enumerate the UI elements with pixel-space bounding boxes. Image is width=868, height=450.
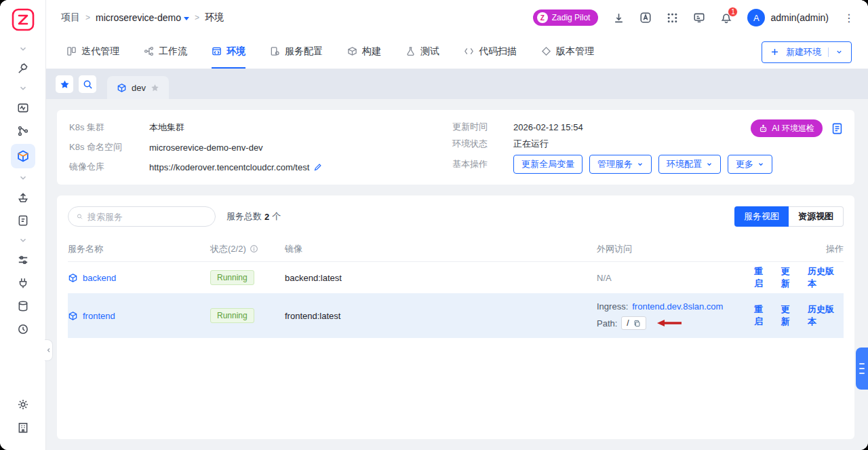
integration-icon[interactable] <box>11 273 35 293</box>
service-image: backend:latest <box>285 273 597 283</box>
clock-icon[interactable] <box>11 319 35 339</box>
annotation-arrow-icon <box>657 319 682 327</box>
notification-bell-icon[interactable]: 1 <box>720 12 732 24</box>
build-tools-icon[interactable] <box>11 58 35 79</box>
manage-services-button[interactable]: 管理服务 <box>589 155 652 174</box>
status-value: 正在运行 <box>513 138 842 150</box>
tab-code-scan[interactable]: 代码扫描 <box>464 35 517 69</box>
status-badge: Running <box>210 270 254 285</box>
button-label: 更多 <box>736 158 753 170</box>
organization-icon[interactable] <box>11 417 35 438</box>
service-total-count: 2 <box>264 212 269 222</box>
edit-registry-icon[interactable] <box>313 163 322 172</box>
tab-environments[interactable]: 环境 <box>212 35 245 69</box>
new-environment-button[interactable]: 新建环境 <box>762 41 852 63</box>
registry-label: 镜像仓库 <box>69 161 149 173</box>
sidebar-env-group-icon[interactable] <box>11 171 35 185</box>
restart-link[interactable]: 重启 <box>754 303 772 328</box>
apps-grid-icon[interactable] <box>667 12 678 24</box>
environments-icon[interactable] <box>11 144 35 168</box>
favorite-envs-button[interactable] <box>56 75 73 93</box>
service-search-input[interactable] <box>87 212 207 222</box>
search-icon <box>77 212 83 221</box>
ingress-label: Ingress: <box>597 301 628 312</box>
language-icon[interactable] <box>639 12 652 24</box>
breadcrumb-separator: > <box>195 13 199 22</box>
breadcrumb-project-select[interactable]: microserevice-demo <box>96 12 189 23</box>
sidebar-collapse-group-icon[interactable] <box>11 42 35 56</box>
topbar: 项目 > microserevice-demo > 环境 Z Zadig Pil… <box>46 0 868 35</box>
sidebar-project-group-icon[interactable] <box>11 81 35 95</box>
tab-label: 迭代管理 <box>81 45 119 58</box>
ai-inspection-button[interactable]: AI 环境巡检 <box>751 119 823 137</box>
history-link[interactable]: 历史版本 <box>808 265 842 290</box>
ingress-line: Ingress: frontend.dev.8slan.com <box>597 301 754 312</box>
star-icon[interactable] <box>151 83 159 92</box>
namespace-value: microserevice-demo-env-dev <box>149 143 452 153</box>
history-link[interactable]: 历史版本 <box>808 303 842 328</box>
info-icon[interactable] <box>250 244 258 253</box>
registry-value: https://koderover.tencentcloudcr.com/tes… <box>149 162 309 172</box>
cluster-label: K8s 集群 <box>69 121 149 134</box>
tab-service-config[interactable]: 服务配置 <box>270 35 323 69</box>
registry-value-row: https://koderover.tencentcloudcr.com/tes… <box>149 162 452 172</box>
button-label: 更新全局变量 <box>521 158 574 170</box>
sidebar-collapse-handle[interactable] <box>45 339 53 361</box>
zadig-logo[interactable] <box>12 8 35 31</box>
path-line: Path: / <box>597 316 754 330</box>
copy-icon[interactable] <box>633 320 641 327</box>
test-icon[interactable] <box>11 121 35 141</box>
env-tab-dev[interactable]: dev <box>107 76 169 99</box>
sidebar-tools-group-icon[interactable] <box>11 233 35 247</box>
update-global-vars-button[interactable]: 更新全局变量 <box>513 155 583 174</box>
tab-test[interactable]: 测试 <box>406 35 439 69</box>
service-link-frontend[interactable]: frontend <box>68 311 210 321</box>
more-button[interactable]: 更多 <box>728 155 772 174</box>
pilot-logo-icon: Z <box>537 12 548 23</box>
tab-build[interactable]: 构建 <box>347 35 381 69</box>
user-menu[interactable]: A admin(admin) <box>747 9 829 26</box>
more-options-icon[interactable]: ⋮ <box>844 12 854 24</box>
chevron-down-icon <box>835 48 843 56</box>
pilot-label: Zadig Pilot <box>552 13 591 22</box>
sidebar-bottom-group <box>11 394 35 440</box>
project-nav: 迭代管理 工作流 环境 服务配置 构建 测试 <box>46 35 868 69</box>
tab-label: 代码扫描 <box>479 45 517 58</box>
delivery-icon[interactable] <box>11 187 35 208</box>
topbar-actions: Z Zadig Pilot 1 <box>533 9 854 26</box>
chevron-down-icon <box>184 17 189 20</box>
workflow-icon[interactable] <box>11 98 35 118</box>
tab-workflow[interactable]: 工作流 <box>144 35 187 69</box>
button-label: 环境配置 <box>667 158 702 170</box>
resource-view-toggle[interactable]: 资源视图 <box>789 206 844 227</box>
service-link-backend[interactable]: backend <box>68 273 210 283</box>
update-link[interactable]: 更新 <box>781 265 799 290</box>
search-envs-button[interactable] <box>79 75 96 93</box>
feedback-tab[interactable] <box>856 348 868 390</box>
sliders-icon[interactable] <box>11 250 35 270</box>
view-toggle: 服务视图 资源视图 <box>734 206 844 227</box>
namespace-label: K8s 命名空间 <box>69 141 149 153</box>
service-total-label: 服务总数 <box>226 210 262 223</box>
tab-iteration[interactable]: 迭代管理 <box>66 35 119 69</box>
data-storage-icon[interactable] <box>11 296 35 316</box>
zadig-pilot-button[interactable]: Z Zadig Pilot <box>533 10 599 26</box>
display-icon[interactable] <box>693 12 705 24</box>
env-config-button[interactable]: 环境配置 <box>658 155 721 174</box>
services-table: 服务名称 状态(2/2) 镜像 外网访问 操作 backend <box>68 236 844 338</box>
restart-link[interactable]: 重启 <box>754 265 772 290</box>
update-link[interactable]: 更新 <box>781 303 799 328</box>
settings-gear-icon[interactable] <box>11 394 35 415</box>
ingress-link[interactable]: frontend.dev.8slan.com <box>632 301 723 312</box>
tab-label: 构建 <box>362 45 381 58</box>
service-image: frontend:latest <box>285 311 597 321</box>
document-icon[interactable] <box>11 210 35 231</box>
chevron-down-icon <box>637 161 644 168</box>
breadcrumb-root[interactable]: 项目 <box>61 12 80 24</box>
main-area: 项目 > microserevice-demo > 环境 Z Zadig Pil… <box>46 0 868 450</box>
service-access: Ingress: frontend.dev.8slan.com Path: / <box>597 295 754 337</box>
service-view-toggle[interactable]: 服务视图 <box>734 206 789 227</box>
tab-release[interactable]: 版本管理 <box>541 35 594 69</box>
download-icon[interactable] <box>613 12 625 24</box>
env-log-icon[interactable] <box>831 122 844 135</box>
